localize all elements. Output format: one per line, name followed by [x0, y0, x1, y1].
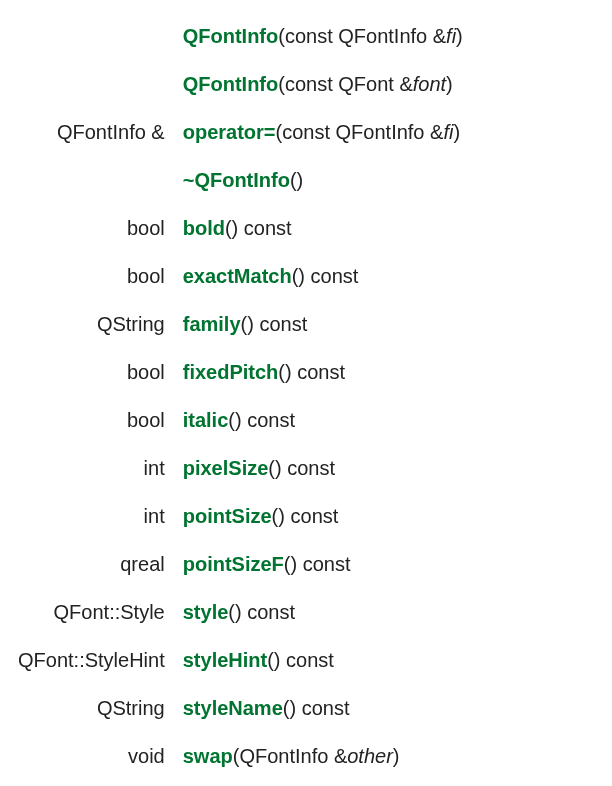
return-type: qreal — [10, 540, 175, 588]
function-link[interactable]: pointSizeF — [183, 553, 284, 575]
param-amp: & — [433, 25, 446, 47]
return-type: bool — [10, 348, 175, 396]
function-link[interactable]: italic — [183, 409, 229, 431]
function-link[interactable]: swap — [183, 745, 233, 767]
const-suffix: const — [296, 697, 349, 719]
member-row: ~QFontInfo() — [10, 156, 471, 204]
const-suffix: const — [242, 409, 295, 431]
const-suffix: const — [282, 457, 335, 479]
member-function-table: QFontInfo(const QFontInfo &fi)QFontInfo(… — [10, 12, 471, 786]
signature-cell: weight() const — [175, 780, 471, 786]
function-link[interactable]: operator= — [183, 121, 276, 143]
return-type: QFontInfo & — [10, 108, 175, 156]
signature-cell: fixedPitch() const — [175, 348, 471, 396]
signature-cell: styleHint() const — [175, 636, 471, 684]
params-open: (const QFontInfo — [278, 25, 433, 47]
member-row: QFontInfo(const QFontInfo &fi) — [10, 12, 471, 60]
const-suffix: const — [292, 361, 345, 383]
params-close: ) — [274, 649, 281, 671]
signature-cell: pixelSize() const — [175, 444, 471, 492]
params-open: ( — [225, 217, 232, 239]
return-type: bool — [10, 252, 175, 300]
params-close: ) — [446, 73, 453, 95]
params-open: ( — [267, 649, 274, 671]
return-type: bool — [10, 396, 175, 444]
params-close: ) — [456, 25, 463, 47]
member-row: boolitalic() const — [10, 396, 471, 444]
params-open: ( — [278, 361, 285, 383]
signature-cell: exactMatch() const — [175, 252, 471, 300]
const-suffix: const — [242, 601, 295, 623]
signature-cell: ~QFontInfo() — [175, 156, 471, 204]
params-close: ) — [285, 361, 292, 383]
params-close: ) — [393, 745, 400, 767]
const-suffix: const — [254, 313, 307, 335]
return-type: int — [10, 780, 175, 786]
function-link[interactable]: pixelSize — [183, 457, 269, 479]
return-type — [10, 156, 175, 204]
param-amp: & — [399, 73, 412, 95]
params-close: ) — [235, 409, 242, 431]
signature-cell: pointSize() const — [175, 492, 471, 540]
signature-cell: operator=(const QFontInfo &fi) — [175, 108, 471, 156]
param-amp: & — [430, 121, 443, 143]
member-row: QStringfamily() const — [10, 300, 471, 348]
params-open: (const QFontInfo — [276, 121, 431, 143]
param-name: fi — [446, 25, 456, 47]
params-close: ) — [453, 121, 460, 143]
function-link[interactable]: ~QFontInfo — [183, 169, 290, 191]
params-open: (QFontInfo — [233, 745, 334, 767]
param-name: other — [347, 745, 393, 767]
const-suffix: const — [297, 553, 350, 575]
function-link[interactable]: bold — [183, 217, 225, 239]
signature-cell: style() const — [175, 588, 471, 636]
signature-cell: styleName() const — [175, 684, 471, 732]
member-row: QFontInfo(const QFont &font) — [10, 60, 471, 108]
params-open: ( — [228, 601, 235, 623]
member-row: boolfixedPitch() const — [10, 348, 471, 396]
signature-cell: swap(QFontInfo &other) — [175, 732, 471, 780]
params-open: ( — [284, 553, 291, 575]
return-type: QFont::StyleHint — [10, 636, 175, 684]
function-link[interactable]: QFontInfo — [183, 73, 279, 95]
const-suffix: const — [281, 649, 334, 671]
return-type: int — [10, 492, 175, 540]
params-close: ) — [275, 457, 282, 479]
function-link[interactable]: styleName — [183, 697, 283, 719]
function-link[interactable]: style — [183, 601, 229, 623]
params-open: ( — [228, 409, 235, 431]
member-row: voidswap(QFontInfo &other) — [10, 732, 471, 780]
params-close: ) — [298, 265, 305, 287]
function-link[interactable]: fixedPitch — [183, 361, 279, 383]
const-suffix: const — [285, 505, 338, 527]
params-open: (const QFont — [278, 73, 399, 95]
signature-cell: italic() const — [175, 396, 471, 444]
member-row: boolbold() const — [10, 204, 471, 252]
function-link[interactable]: styleHint — [183, 649, 267, 671]
params-close: ) — [278, 505, 285, 527]
params-close: ) — [247, 313, 254, 335]
member-row: QFont::StyleHintstyleHint() const — [10, 636, 471, 684]
return-type: QString — [10, 684, 175, 732]
signature-cell: QFontInfo(const QFont &font) — [175, 60, 471, 108]
param-name: fi — [443, 121, 453, 143]
function-link[interactable]: exactMatch — [183, 265, 292, 287]
params-close: ) — [235, 601, 242, 623]
function-link[interactable]: QFontInfo — [183, 25, 279, 47]
param-name: font — [413, 73, 446, 95]
member-row: intpointSize() const — [10, 492, 471, 540]
function-link[interactable]: family — [183, 313, 241, 335]
param-amp: & — [334, 745, 347, 767]
return-type: QFont::Style — [10, 588, 175, 636]
member-row: boolexactMatch() const — [10, 252, 471, 300]
member-row: QFontInfo &operator=(const QFontInfo &fi… — [10, 108, 471, 156]
params-open: ( — [290, 169, 297, 191]
function-link[interactable]: pointSize — [183, 505, 272, 527]
signature-cell: QFontInfo(const QFontInfo &fi) — [175, 12, 471, 60]
member-row: QFont::Stylestyle() const — [10, 588, 471, 636]
const-suffix: const — [238, 217, 291, 239]
return-type: int — [10, 444, 175, 492]
return-type — [10, 12, 175, 60]
params-close: ) — [297, 169, 304, 191]
member-row: qrealpointSizeF() const — [10, 540, 471, 588]
